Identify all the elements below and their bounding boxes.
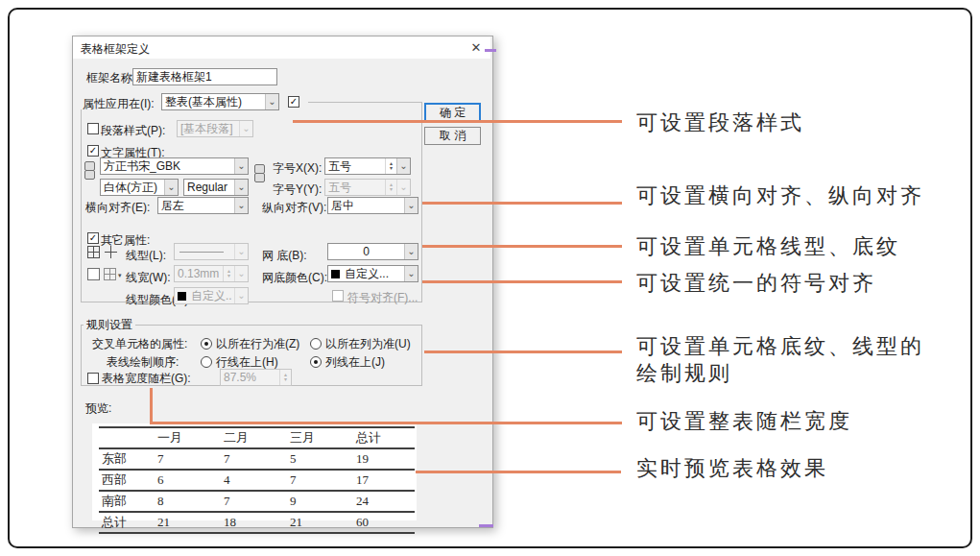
header-cell: 二月 — [221, 427, 287, 448]
chevron-down-icon[interactable]: ⌄ — [234, 158, 248, 174]
size-x-combo[interactable]: 五号 ▴▾ ⌄ — [324, 157, 411, 175]
row-label: 南部 — [99, 491, 155, 512]
cell: 6 — [155, 470, 221, 491]
chevron-down-icon[interactable]: ⌄ — [396, 158, 410, 174]
width-follow-checkbox[interactable] — [87, 373, 99, 384]
shading-color-dropdown[interactable]: 自定义... ⌄ — [327, 265, 418, 282]
size-link-icon — [254, 173, 265, 182]
row-label: 东部 — [99, 448, 155, 470]
purple-mark — [479, 524, 493, 527]
apply-to-label: 属性应用在(I): — [83, 97, 155, 110]
frame-name-value: 新建表格框架1 — [136, 69, 212, 85]
chevron-down-icon[interactable]: ⌄ — [234, 198, 248, 213]
table-borders-icon[interactable] — [104, 268, 116, 280]
cell: 21 — [155, 512, 221, 533]
table-row: 一月 二月 三月 总计 — [99, 427, 415, 448]
cross-cell-row-radio[interactable] — [201, 338, 212, 350]
cross-cell-row-label[interactable]: 以所在行为准(Z) — [216, 337, 299, 351]
apply-to-checkbox[interactable]: ✓ — [288, 96, 299, 108]
cell: 7 — [155, 448, 221, 470]
cell: 21 — [287, 512, 353, 533]
paragraph-style-checkbox[interactable] — [87, 123, 99, 134]
font-style-dropdown[interactable]: Regular ⌄ — [183, 179, 249, 196]
draw-order-col-radio[interactable] — [310, 356, 322, 368]
cell: 24 — [353, 491, 415, 512]
shading-label: 网 底(B): — [262, 249, 307, 262]
annotation-paragraph-style: 可设置段落样式 — [636, 109, 804, 136]
font-style-value: Regular — [184, 181, 234, 194]
other-attr-label: 其它属性: — [101, 233, 150, 247]
cell: 7 — [221, 448, 287, 470]
header-cell — [99, 427, 155, 448]
chevron-down-icon[interactable]: ⌄ — [164, 180, 178, 195]
stepper-icon[interactable]: ▴▾ — [385, 158, 396, 174]
line-color-value: 自定义.. — [188, 288, 234, 304]
callout-line — [416, 471, 621, 473]
cross-cell-label: 交叉单元格的属性: — [92, 337, 187, 351]
callout-line — [422, 202, 622, 205]
size-y-label: 字号Y(Y): — [273, 182, 322, 196]
cross-cell-col-radio[interactable] — [310, 338, 322, 350]
h-align-label: 横向对齐(E): — [85, 201, 150, 214]
table-row: 总计 21 18 21 60 — [99, 512, 415, 533]
stepper-icon: ▴▾ — [385, 180, 396, 195]
grid-borders-icon[interactable] — [87, 246, 100, 258]
cancel-button[interactable]: 取 消 — [424, 127, 481, 145]
draw-order-col-label[interactable]: 列线在上(J) — [325, 355, 385, 369]
frame-name-input[interactable]: 新建表格框架1 — [132, 68, 277, 85]
inner-lines-icon[interactable] — [105, 246, 117, 258]
cell: 8 — [155, 491, 221, 512]
draw-order-row-radio[interactable] — [201, 356, 212, 368]
paragraph-style-label: 段落样式(P): — [101, 124, 165, 137]
line-color-dropdown: 自定义.. ⌄ — [174, 287, 249, 304]
chevron-down-icon[interactable]: ⌄ — [234, 180, 248, 195]
shading-dropdown[interactable]: 0 ⌄ — [327, 243, 418, 260]
chevron-down-icon[interactable]: ⌄ — [265, 94, 278, 109]
line-width-spinner: 0.13mm ▴▾ ⌄ — [174, 265, 249, 282]
line-width-label: 线宽(W): — [126, 271, 171, 284]
size-x-value: 五号 — [325, 158, 385, 175]
draw-order-row-label[interactable]: 行线在上(H) — [216, 355, 278, 369]
cell: 5 — [287, 448, 353, 470]
shading-color-value: 自定义... — [342, 266, 404, 282]
header-cell: 一月 — [155, 427, 221, 448]
font-family-dropdown[interactable]: 方正书宋_GBK ⌄ — [100, 157, 249, 175]
font-link-icon — [84, 170, 95, 180]
dialog-title: 表格框架定义 — [81, 41, 150, 58]
cell: 7 — [287, 470, 353, 491]
callout-line — [150, 422, 622, 424]
chevron-down-icon: ⌄ — [234, 244, 248, 259]
chevron-down-icon: ⌄ — [239, 121, 252, 136]
cross-cell-col-label[interactable]: 以所在列为准(U) — [325, 337, 411, 351]
h-align-dropdown[interactable]: 居左 ⌄ — [157, 197, 249, 214]
font-family-value: 方正书宋_GBK — [101, 158, 234, 175]
annotation-symbol-align: 可设置统一的符号对齐 — [636, 270, 876, 297]
purple-mark — [485, 49, 496, 52]
annotation-alignment: 可设置横向对齐、纵向对齐 — [636, 182, 924, 209]
width-follow-value: 87.5% — [221, 371, 279, 384]
apply-to-dropdown[interactable]: 整表(基本属性) ⌄ — [161, 93, 279, 110]
chevron-down-icon[interactable]: ⌄ — [404, 244, 418, 259]
font-face-dropdown[interactable]: 白体(方正) ⌄ — [100, 179, 179, 196]
line-sample — [179, 252, 224, 253]
v-align-dropdown[interactable]: 居中 ⌄ — [327, 197, 418, 214]
color-swatch — [178, 292, 186, 301]
stepper-icon: ▴▾ — [223, 266, 234, 281]
text-attr-checkbox[interactable]: ✓ — [87, 145, 99, 157]
empty-border-icon[interactable] — [87, 268, 100, 280]
other-attr-checkbox[interactable]: ✓ — [87, 232, 99, 244]
close-icon[interactable]: ✕ — [462, 36, 490, 59]
row-label: 西部 — [99, 470, 155, 491]
font-face-value: 白体(方正) — [101, 180, 164, 196]
chevron-down-icon[interactable]: ⌄ — [404, 266, 418, 281]
table-borders-arrow-icon[interactable]: ▾ — [118, 272, 122, 278]
size-y-value: 五号 — [325, 180, 385, 196]
callout-line — [424, 351, 622, 353]
line-type-dropdown: ⌄ — [174, 243, 249, 260]
apply-to-value: 整表(基本属性) — [162, 94, 265, 110]
table-row: 南部 8 7 9 24 — [99, 491, 415, 512]
cell: 60 — [353, 512, 415, 533]
size-y-combo: 五号 ▴▾ ⌄ — [324, 179, 411, 196]
chevron-down-icon[interactable]: ⌄ — [404, 198, 418, 213]
preview-table: 一月 二月 三月 总计 东部 7 7 5 19 西部 6 4 — [99, 426, 415, 534]
